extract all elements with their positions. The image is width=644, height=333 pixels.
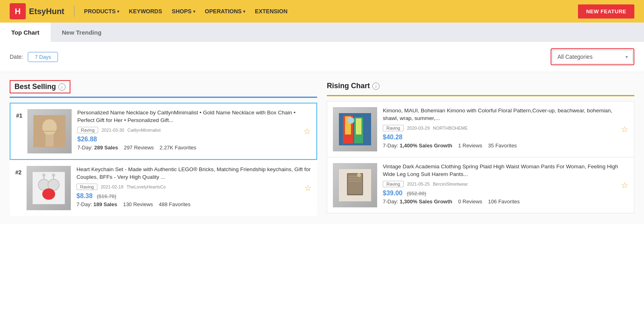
stats-prefix-2: 7-Day:: [76, 201, 92, 207]
nav-operations[interactable]: OPERATIONS ▾: [205, 8, 246, 14]
rising-tag-raving-1: Raving: [383, 125, 404, 131]
filter-left: Date: 7 Days: [10, 52, 58, 62]
svg-rect-4: [45, 134, 54, 147]
chevron-down-icon: ▾: [243, 9, 245, 14]
best-selling-item-1: #1 Personalized Name Necklace by Caitlyn…: [10, 103, 317, 160]
logo-text: EtsyHunt: [29, 7, 64, 16]
rising-chart-title: Rising Chart: [327, 82, 370, 90]
rising-product-stats-1: 7-Day: 1,400% Sales Growth 1 Reviews 35 …: [383, 143, 628, 149]
logo-icon: H: [10, 3, 26, 19]
svg-point-20: [348, 117, 354, 124]
rising-product-tags-1: Raving 2020-03-29 NORTHBOHEME: [383, 125, 628, 131]
rising-chart-header: Rising Chart i: [327, 80, 634, 93]
rising-date-1: 2020-03-29: [407, 126, 429, 130]
svg-point-14: [52, 174, 55, 177]
main-content: Best Selling i #1 Personalized Name Neck…: [0, 72, 644, 224]
svg-text:H: H: [15, 7, 21, 16]
categories-select[interactable]: All Categories: [552, 50, 633, 64]
categories-select-wrapper: All Categories: [552, 50, 633, 64]
rising-stats-prefix-2: 7-Day:: [383, 199, 398, 205]
rising-favorite-star-1[interactable]: ☆: [621, 124, 628, 134]
product-info-1: Personalized Name Necklace by CaitlynMin…: [77, 109, 311, 151]
product-tags-1: Raving 2021-03-30 CaitlynMinimalist: [77, 127, 311, 133]
rising-reviews-1: 1 Reviews: [458, 143, 482, 149]
rising-product-title-2: Vintage Dark Academia Clothing Spring Pl…: [383, 163, 628, 178]
tabs-row: Top Chart New Trending: [0, 23, 644, 42]
rising-favorite-star-2[interactable]: ☆: [621, 180, 628, 190]
rising-date-2: 2021-05-25: [407, 182, 429, 186]
best-selling-title: Best Selling: [14, 83, 56, 91]
svg-point-27: [357, 173, 361, 177]
stats-prefix-1: 7-Day:: [77, 145, 93, 151]
best-selling-section: Best Selling i #1 Personalized Name Neck…: [10, 80, 317, 216]
rising-sales-growth-2: 1,300% Sales Growth: [400, 199, 452, 205]
product-image-2: [27, 166, 71, 210]
rising-product-title-1: Kimono, MAUI, Bohemian Kimono with Color…: [383, 107, 628, 122]
rising-favorites-1: 35 Favorites: [488, 143, 517, 149]
date-label: Date:: [10, 54, 23, 60]
rising-reviews-2: 0 Reviews: [458, 199, 482, 205]
best-selling-title-box: Best Selling i: [10, 80, 70, 93]
product-shop-2: TheLovelyHeartsCo: [127, 184, 166, 189]
new-feature-button[interactable]: NEW FEATURE: [578, 4, 634, 19]
product-reviews-2: 130 Reviews: [123, 201, 153, 207]
best-selling-item-2: #2 Heart Keychain Set - Made with Authen…: [10, 160, 317, 216]
rising-chart-section: Rising Chart i Kimono, MAUI, Bohemian Ki…: [327, 80, 634, 216]
rank-2: #2: [15, 169, 27, 176]
rising-product-price-original-2: ($52.00): [407, 190, 426, 196]
svg-rect-19: [356, 118, 361, 134]
rising-product-image-1: [333, 107, 377, 151]
rising-product-info-2: Vintage Dark Academia Clothing Spring Pl…: [383, 163, 628, 205]
favorite-star-1[interactable]: ☆: [303, 126, 311, 136]
rising-shop-2: BerciniStreetwear: [433, 182, 468, 186]
product-info-2: Heart Keychain Set - Made with Authentic…: [76, 166, 312, 207]
logo[interactable]: H EtsyHunt: [10, 3, 64, 19]
svg-point-13: [42, 174, 45, 177]
best-selling-underline: [10, 97, 317, 98]
rising-chart-title-box: Rising Chart i: [327, 80, 380, 92]
product-image-1: [27, 109, 72, 153]
nav-extension[interactable]: EXTENSION: [255, 8, 287, 14]
svg-point-10: [42, 188, 55, 200]
nav-shops[interactable]: SHOPS ▾: [172, 8, 195, 14]
best-selling-info-icon[interactable]: i: [58, 83, 66, 91]
rising-product-price-2: $39.00 ($52.00): [383, 190, 628, 197]
best-selling-header: Best Selling i: [10, 80, 317, 95]
product-title-1: Personalized Name Necklace by CaitlynMin…: [77, 109, 311, 124]
svg-rect-23: [348, 174, 362, 194]
product-sales-2: 189 Sales: [93, 201, 117, 207]
header: H EtsyHunt PRODUCTS ▾ KEYWORDS SHOPS ▾ O…: [0, 0, 644, 23]
product-favorites-2: 488 Favorites: [159, 201, 191, 207]
product-price-1: $26.88: [77, 136, 311, 143]
categories-filter-wrapper: All Categories: [551, 48, 634, 65]
product-stats-2: 7-Day: 189 Sales 130 Reviews 488 Favorit…: [76, 201, 312, 207]
rising-product-image-2: [333, 163, 377, 207]
product-title-2: Heart Keychain Set - Made with Authentic…: [76, 166, 312, 181]
rising-chart-info-icon[interactable]: i: [372, 83, 380, 90]
product-tag-raving-2: Raving: [76, 184, 97, 190]
rising-product-info-1: Kimono, MAUI, Bohemian Kimono with Color…: [383, 107, 628, 149]
tab-top-chart[interactable]: Top Chart: [0, 23, 51, 42]
rising-shop-1: NORTHBOHEME: [433, 126, 468, 130]
product-stats-1: 7-Day: 289 Sales 297 Reviews 2.27K Favor…: [77, 145, 311, 151]
rising-product-price-1: $40.28: [383, 134, 628, 141]
product-reviews-1: 297 Reviews: [124, 145, 154, 151]
rising-item-1: Kimono, MAUI, Bohemian Kimono with Color…: [327, 101, 634, 157]
product-date-1: 2021-03-30: [101, 128, 124, 132]
date-filter-button[interactable]: 7 Days: [28, 52, 58, 62]
tab-new-trending[interactable]: New Trending: [51, 23, 113, 42]
rising-favorites-2: 106 Favorites: [488, 199, 520, 205]
chevron-down-icon: ▾: [117, 9, 119, 14]
svg-point-3: [42, 119, 57, 135]
rising-stats-prefix-1: 7-Day:: [383, 143, 398, 149]
nav-products[interactable]: PRODUCTS ▾: [84, 8, 120, 14]
filter-row: Date: 7 Days All Categories: [0, 42, 644, 72]
product-date-2: 2021-02-18: [101, 184, 123, 189]
favorite-star-2[interactable]: ☆: [304, 183, 312, 193]
rising-product-stats-2: 7-Day: 1,300% Sales Growth 0 Reviews 106…: [383, 199, 628, 205]
header-divider: [74, 6, 74, 17]
nav-keywords[interactable]: KEYWORDS: [129, 8, 162, 14]
product-favorites-1: 2.27K Favorites: [160, 145, 196, 151]
header-nav: PRODUCTS ▾ KEYWORDS SHOPS ▾ OPERATIONS ▾…: [84, 8, 287, 14]
rising-tag-raving-2: Raving: [383, 181, 404, 187]
